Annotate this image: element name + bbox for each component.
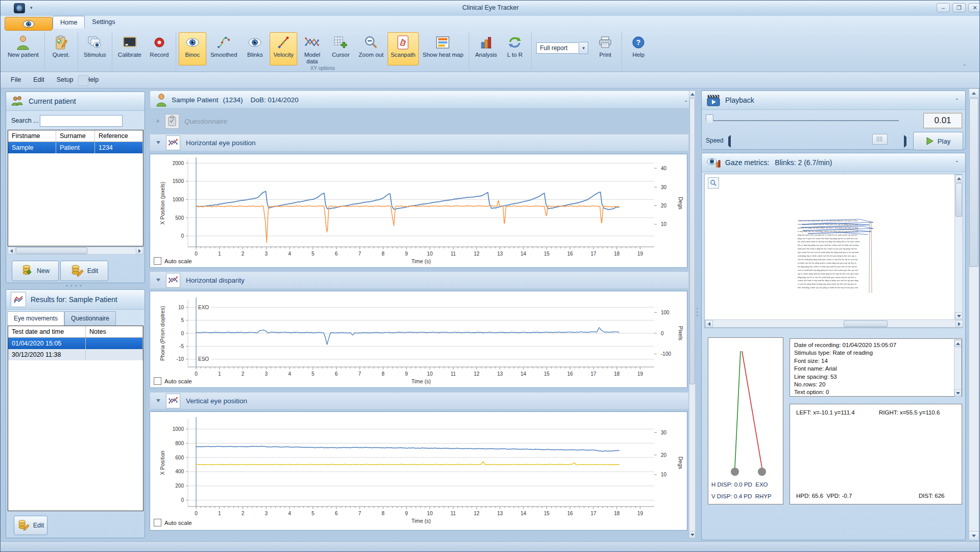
ribbon-button-record[interactable]: Record bbox=[146, 32, 173, 64]
scroll-right-icon[interactable] bbox=[136, 247, 144, 255]
speed-decrease-icon[interactable] bbox=[728, 137, 731, 146]
ribbon-button-binoc[interactable]: Binoc bbox=[179, 32, 206, 65]
chevron-down-icon[interactable]: ⌃ bbox=[684, 97, 688, 103]
panel-splitter[interactable] bbox=[66, 285, 84, 287]
scroll-thumb[interactable] bbox=[689, 98, 695, 384]
scanpath-viewer[interactable]: come see the play look up is he and my d… bbox=[704, 174, 963, 328]
ribbon-button-print[interactable]: Print bbox=[591, 32, 619, 64]
report-type-select[interactable]: Full report▾ bbox=[536, 42, 588, 54]
scroll-left-icon[interactable] bbox=[705, 320, 713, 328]
ribbon-button-scanpath[interactable]: Scanpath bbox=[388, 32, 419, 65]
scroll-thumb[interactable] bbox=[955, 183, 962, 217]
scroll-down-icon[interactable] bbox=[955, 312, 963, 320]
column-header[interactable]: Test date and time bbox=[8, 326, 86, 337]
ribbon-button-help[interactable]: ?Help bbox=[625, 32, 652, 64]
tab-settings[interactable]: Settings bbox=[85, 16, 122, 28]
edit-patient-record-button[interactable]: Edit bbox=[60, 261, 108, 281]
patient-table[interactable]: FirstnameSurnameReferenceSamplePatient12… bbox=[8, 130, 144, 246]
table-row[interactable]: SamplePatient1234 bbox=[8, 142, 143, 153]
playback-slider-track[interactable] bbox=[709, 120, 899, 121]
speed-slider-thumb[interactable] bbox=[872, 134, 888, 145]
section-header-vertical-eye-position[interactable]: Vertical eye position bbox=[150, 392, 689, 409]
patient-table-hscrollbar[interactable] bbox=[8, 247, 144, 255]
maximize-button[interactable]: ❐ bbox=[952, 3, 966, 12]
horizontal-eye-position-chart[interactable]: 0500100015002000102030400123456789101112… bbox=[150, 154, 687, 268]
results-table[interactable]: Test date and timeNotes01/04/2020 15:053… bbox=[8, 326, 144, 511]
column-header[interactable]: Firstname bbox=[8, 130, 56, 142]
horizontal-disparity-chart[interactable]: -10-505101000-10001234567891011121314151… bbox=[150, 291, 687, 388]
svg-text:15: 15 bbox=[544, 251, 550, 257]
table-row[interactable]: 01/04/2020 15:05 bbox=[8, 338, 143, 349]
scroll-up-icon[interactable] bbox=[969, 88, 979, 98]
ribbon-button-smoothed[interactable]: Smoothed bbox=[207, 32, 240, 65]
ribbon-button-velocity[interactable]: Velocity bbox=[270, 32, 297, 65]
scroll-down-icon[interactable] bbox=[969, 531, 979, 540]
menu-edit[interactable]: Edit bbox=[27, 72, 51, 83]
table-row[interactable]: 30/12/2020 11:38 bbox=[8, 349, 143, 360]
menu-setup[interactable]: Setup bbox=[51, 72, 80, 83]
scroll-thumb[interactable] bbox=[16, 247, 87, 254]
playback-position-value[interactable]: 0.01 bbox=[923, 113, 962, 128]
chevron-down-icon[interactable]: ▾ bbox=[579, 42, 588, 54]
scroll-up-icon[interactable] bbox=[955, 175, 963, 182]
scanpath-vscrollbar[interactable] bbox=[954, 174, 963, 319]
auto-scale-checkbox[interactable] bbox=[154, 519, 161, 526]
tab-home[interactable]: Home bbox=[53, 16, 85, 29]
collapse-icon[interactable] bbox=[156, 399, 160, 402]
edit-result-button[interactable]: Edit bbox=[14, 516, 47, 535]
collapse-icon[interactable] bbox=[156, 279, 160, 282]
playback-slider-thumb[interactable] bbox=[706, 114, 713, 125]
ribbon-button-cursor[interactable]: Cursor bbox=[327, 32, 354, 65]
collapse-icon[interactable]: ⌃ bbox=[955, 160, 959, 166]
collapse-icon[interactable]: ⌃ bbox=[955, 98, 959, 103]
scroll-thumb[interactable] bbox=[969, 98, 978, 267]
auto-scale-checkbox[interactable] bbox=[154, 377, 161, 385]
ribbon-button-blinks[interactable]: Blinks bbox=[241, 32, 269, 65]
scroll-thumb[interactable] bbox=[844, 320, 888, 327]
speed-increase-icon[interactable] bbox=[904, 137, 906, 146]
ribbon-button-l-to-r[interactable]: L to R bbox=[501, 32, 529, 64]
ribbon-button-stimulus[interactable]: Stimulus bbox=[81, 32, 109, 64]
scroll-down-icon[interactable] bbox=[954, 389, 962, 397]
new-patient-record-button[interactable]: New bbox=[12, 261, 59, 281]
section-header-horizontal-disparity[interactable]: Horizontal disparity bbox=[150, 271, 689, 289]
play-button[interactable]: Play bbox=[913, 132, 963, 150]
menu-file[interactable]: File bbox=[5, 72, 27, 83]
ribbon-button-zoom-out[interactable]: Zoom out bbox=[355, 32, 387, 65]
ribbon-button-calibrate[interactable]: Calibrate bbox=[115, 32, 145, 64]
vertical-eye-position-chart[interactable]: 0200400600800100010203001234567891011121… bbox=[150, 411, 687, 531]
svg-text:600: 600 bbox=[175, 455, 184, 461]
minimize-button[interactable]: – bbox=[937, 3, 950, 12]
tab-questionnaire[interactable]: Questionnaire bbox=[64, 311, 116, 326]
info-vscrollbar[interactable] bbox=[954, 339, 962, 396]
page-vscrollbar[interactable] bbox=[969, 88, 979, 540]
column-header[interactable]: Notes bbox=[86, 326, 143, 337]
ribbon-button-show-heat-map[interactable]: Show heat map bbox=[420, 32, 467, 65]
ribbon-button-quest[interactable]: Quest. bbox=[47, 32, 75, 64]
scroll-down-icon[interactable] bbox=[689, 531, 696, 538]
right-splitter[interactable] bbox=[696, 90, 699, 538]
main-vscrollbar[interactable] bbox=[689, 90, 696, 538]
magnifier-icon[interactable] bbox=[708, 177, 719, 189]
ribbon-button-new-patient[interactable]: New patient bbox=[5, 32, 42, 64]
ribbon-button-analysis[interactable]: Analysis bbox=[472, 32, 500, 64]
patient-summary-bar[interactable]: Sample Patient (1234) DoB: 01/4/2020 ⌃ bbox=[150, 90, 695, 109]
application-button[interactable] bbox=[5, 17, 53, 31]
ribbon-button-model-data[interactable]: Model data bbox=[298, 32, 326, 65]
scroll-up-icon[interactable] bbox=[689, 90, 696, 98]
tab-eye-movements[interactable]: Eye movements bbox=[7, 311, 64, 326]
scanpath-hscrollbar[interactable] bbox=[705, 319, 963, 328]
column-header[interactable]: Surname bbox=[56, 130, 95, 142]
expand-icon[interactable] bbox=[157, 119, 160, 123]
scroll-left-icon[interactable] bbox=[8, 247, 15, 255]
collapse-icon[interactable] bbox=[156, 141, 160, 144]
column-header[interactable]: Reference bbox=[95, 130, 143, 142]
scroll-right-icon[interactable] bbox=[955, 320, 963, 328]
search-input[interactable] bbox=[40, 115, 123, 127]
section-header-horizontal-eye-position[interactable]: Horizontal eye position bbox=[150, 134, 689, 151]
ribbon-collapse-icon[interactable]: ⌃ bbox=[963, 64, 967, 69]
scroll-up-icon[interactable] bbox=[954, 340, 962, 347]
questionnaire-section-row[interactable]: Questionnaire bbox=[150, 112, 689, 130]
auto-scale-checkbox[interactable] bbox=[154, 257, 161, 265]
close-button[interactable]: ✕ bbox=[968, 3, 980, 12]
